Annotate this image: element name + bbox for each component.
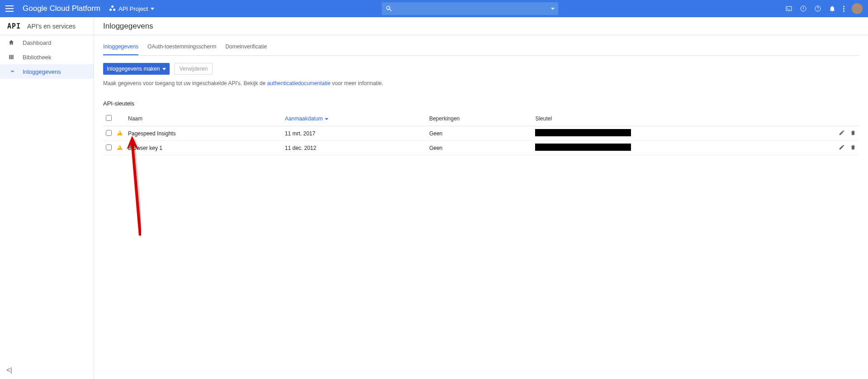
key-value-redacted	[535, 144, 631, 151]
select-all-checkbox[interactable]	[106, 115, 112, 121]
delete-icon[interactable]	[850, 144, 856, 150]
alert-icon[interactable]	[800, 5, 807, 12]
cloud-shell-icon[interactable]	[785, 5, 792, 12]
key-created: 11 dec. 2012	[282, 141, 427, 155]
page-title: Inloggegevens	[94, 17, 868, 35]
project-icon	[109, 5, 116, 12]
more-icon[interactable]	[843, 6, 844, 12]
create-credentials-label: Inloggegevens maken	[107, 66, 160, 72]
search-icon	[385, 5, 393, 12]
col-name: Naam	[125, 111, 282, 126]
chevron-down-icon	[325, 118, 328, 120]
project-selector[interactable]: API Project	[109, 5, 154, 12]
collapse-sidebar-icon[interactable]: <|	[6, 366, 12, 374]
key-icon	[8, 68, 14, 75]
sidebar-item-label: Inloggegevens	[23, 68, 61, 75]
library-icon	[8, 54, 14, 60]
edit-icon[interactable]	[839, 130, 845, 136]
table-row: Browser key 1 11 dec. 2012 Geen	[103, 141, 859, 155]
tab-oauth-consent[interactable]: OAuth-toestemmingsscherm	[147, 39, 216, 55]
topbar: Google Cloud Platform API Project	[0, 0, 868, 17]
key-created: 11 mrt. 2017	[282, 126, 427, 141]
sidebar-header: API API's en services	[0, 17, 94, 35]
help-text: Maak gegevens voor toegang tot uw ingesc…	[103, 80, 859, 86]
avatar[interactable]	[852, 3, 863, 14]
chevron-down-icon	[151, 8, 154, 10]
col-restrictions: Beperkingen	[427, 111, 532, 126]
warning-icon	[117, 145, 123, 150]
search-input[interactable]	[397, 5, 546, 13]
sidebar-item-label: Dashboard	[23, 39, 52, 46]
key-restrictions: Geen	[427, 141, 532, 155]
delete-button[interactable]: Verwijderen	[174, 63, 213, 75]
row-checkbox[interactable]	[106, 144, 112, 150]
sidebar-title: API's en services	[27, 23, 76, 30]
product-logo: Google Cloud Platform	[23, 4, 100, 13]
section-title: API-sleutels	[103, 100, 859, 107]
search-dropdown-icon[interactable]	[551, 8, 555, 10]
auth-docs-link[interactable]: authenticatiedocumentatie	[267, 80, 331, 86]
sidebar: API API's en services Dashboard Biblioth…	[0, 17, 94, 379]
warning-icon	[117, 130, 123, 135]
edit-icon[interactable]	[839, 144, 845, 150]
sidebar-item-library[interactable]: Bibliotheek	[0, 50, 94, 64]
create-credentials-button[interactable]: Inloggegevens maken	[103, 63, 170, 75]
notifications-icon[interactable]	[829, 5, 836, 12]
delete-icon[interactable]	[850, 130, 856, 136]
row-checkbox[interactable]	[106, 130, 112, 136]
col-created[interactable]: Aanmaakdatum	[282, 111, 427, 126]
key-value-redacted	[535, 129, 631, 136]
sidebar-item-credentials[interactable]: Inloggegevens	[0, 64, 94, 79]
key-name[interactable]: Pagespeed Insights	[128, 130, 175, 137]
tabs: Inloggegevens OAuth-toestemmingsscherm D…	[103, 39, 859, 56]
chevron-down-icon	[162, 68, 166, 70]
tab-domain-verification[interactable]: Domeinverificatie	[225, 39, 267, 55]
sidebar-item-dashboard[interactable]: Dashboard	[0, 35, 94, 50]
dashboard-icon	[8, 39, 14, 46]
api-logo: API	[7, 22, 21, 30]
menu-icon[interactable]	[5, 5, 14, 12]
tab-credentials[interactable]: Inloggegevens	[103, 39, 138, 55]
project-name: API Project	[119, 5, 148, 12]
help-icon[interactable]	[814, 5, 821, 12]
sidebar-item-label: Bibliotheek	[23, 54, 52, 61]
search-box[interactable]	[382, 2, 558, 15]
table-row: Pagespeed Insights 11 mrt. 2017 Geen	[103, 126, 859, 141]
key-restrictions: Geen	[427, 126, 532, 141]
key-name[interactable]: Browser key 1	[128, 145, 162, 151]
col-key: Sleutel	[532, 111, 832, 126]
api-keys-table: Naam Aanmaakdatum Beperkingen Sleutel Pa…	[103, 111, 859, 155]
